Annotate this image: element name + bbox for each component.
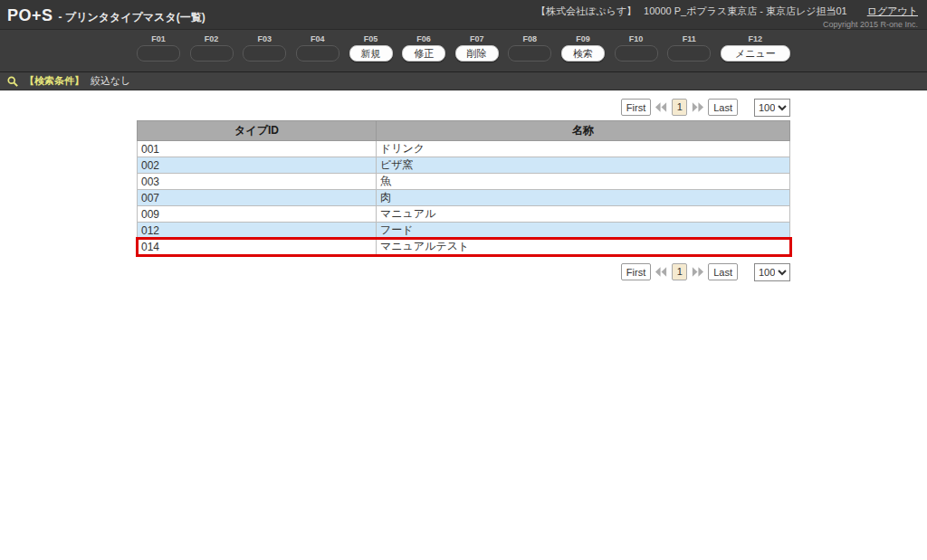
cell-type-id: 003 xyxy=(138,174,377,190)
table-zone: First 1 Last 100 タイプID 名称 xyxy=(137,98,790,281)
search-icon xyxy=(7,76,18,87)
last-page-button[interactable]: Last xyxy=(708,263,738,280)
fkey-slot-f05: F05新規 xyxy=(349,33,393,62)
function-key-row: F01F02F03F04F05新規F06修正F07削除F08F09検索F10F1… xyxy=(137,30,790,62)
main-content: First 1 Last 100 タイプID 名称 xyxy=(0,90,927,281)
cell-type-id: 014 xyxy=(138,239,377,255)
column-header-type-id: タイプID xyxy=(138,121,377,141)
header-title-group: PO+S - プリンタタイプマスタ(一覧) xyxy=(7,0,205,25)
top-header: PO+S - プリンタタイプマスタ(一覧) 【株式会社ぽぷらす】 10000 P… xyxy=(0,0,927,30)
fkey-button-f01 xyxy=(137,45,180,62)
table-row[interactable]: 009マニュアル xyxy=(138,206,790,223)
fkey-label-f08: F08 xyxy=(508,33,551,45)
copyright-text: Copyright 2015 R-one Inc. xyxy=(536,20,918,29)
cell-name: フード xyxy=(377,223,790,239)
user-info-line: 【株式会社ぽぷらす】 10000 P_ポプラス東京店 - 東京店レジ担当01 ロ… xyxy=(536,5,918,18)
fkey-button-f08 xyxy=(508,45,551,62)
new-button[interactable]: 新規 xyxy=(349,45,393,62)
function-key-toolbar: F01F02F03F04F05新規F06修正F07削除F08F09検索F10F1… xyxy=(0,30,927,72)
cell-name: ドリンク xyxy=(377,141,790,157)
fkey-slot-f09: F09検索 xyxy=(561,33,605,62)
current-page-indicator[interactable]: 1 xyxy=(672,263,687,280)
fkey-label-f01: F01 xyxy=(137,33,180,45)
fkey-slot-f06: F06修正 xyxy=(402,33,445,62)
search-condition-label: 【検索条件】 xyxy=(24,74,84,88)
fast-forward-icon[interactable] xyxy=(691,266,704,278)
first-page-button[interactable]: First xyxy=(621,99,651,116)
pagination-top: First 1 Last 100 xyxy=(137,98,790,117)
cell-type-id: 001 xyxy=(138,141,377,157)
fkey-slot-f02: F02 xyxy=(190,33,234,62)
fkey-button-f02 xyxy=(190,45,234,62)
fkey-label-f03: F03 xyxy=(243,33,286,45)
page-size-select[interactable]: 100 xyxy=(754,263,790,281)
fkey-label-f10: F10 xyxy=(615,33,658,45)
fkey-slot-f11: F11 xyxy=(667,33,711,62)
fkey-button-f11 xyxy=(667,45,711,62)
cell-type-id: 002 xyxy=(138,157,377,174)
fkey-slot-f07: F07削除 xyxy=(455,33,499,62)
fkey-button-f04 xyxy=(296,45,339,62)
fast-backward-icon[interactable] xyxy=(655,101,668,113)
table-row-selected[interactable]: 014マニュアルテスト xyxy=(138,239,790,255)
fkey-slot-f03: F03 xyxy=(243,33,286,62)
fkey-label-f09: F09 xyxy=(561,33,605,45)
app-logo: PO+S xyxy=(7,6,53,25)
printer-type-table: タイプID 名称 001ドリンク002ピザ窯003魚007肉009マニュアル01… xyxy=(137,120,790,255)
cell-name: マニュアル xyxy=(377,206,790,223)
column-header-name: 名称 xyxy=(377,121,790,141)
table-row[interactable]: 007肉 xyxy=(138,190,790,206)
table-header-row: タイプID 名称 xyxy=(138,121,790,141)
table-row[interactable]: 001ドリンク xyxy=(138,141,790,157)
cell-name: 魚 xyxy=(377,174,790,190)
fkey-label-f06: F06 xyxy=(402,33,445,45)
table-row[interactable]: 012フード xyxy=(138,223,790,239)
fkey-label-f07: F07 xyxy=(455,33,499,45)
cell-type-id: 012 xyxy=(138,223,377,239)
edit-button[interactable]: 修正 xyxy=(402,45,445,62)
last-page-button[interactable]: Last xyxy=(708,99,738,116)
cell-name: ピザ窯 xyxy=(377,157,790,174)
page-size-select[interactable]: 100 xyxy=(754,99,790,117)
menu-button[interactable]: メニュー xyxy=(721,45,790,62)
cell-name: 肉 xyxy=(377,190,790,206)
search-button[interactable]: 検索 xyxy=(561,45,605,62)
search-condition-value: 絞込なし xyxy=(91,74,131,88)
fkey-label-f04: F04 xyxy=(296,33,339,45)
fkey-slot-f12: F12メニュー xyxy=(721,33,790,62)
fkey-button-f03 xyxy=(243,45,286,62)
fkey-label-f12: F12 xyxy=(721,33,790,45)
search-condition-bar: 【検索条件】 絞込なし xyxy=(0,72,927,90)
fkey-button-f10 xyxy=(615,45,658,62)
table-row[interactable]: 003魚 xyxy=(138,174,790,190)
page-title: - プリンタタイプマスタ(一覧) xyxy=(59,10,205,25)
first-page-button[interactable]: First xyxy=(621,263,651,280)
fkey-slot-f10: F10 xyxy=(615,33,658,62)
cell-type-id: 007 xyxy=(138,190,377,206)
current-page-indicator[interactable]: 1 xyxy=(672,99,687,116)
logout-link[interactable]: ログアウト xyxy=(867,5,918,18)
fast-forward-icon[interactable] xyxy=(691,101,704,113)
cell-name: マニュアルテスト xyxy=(377,239,790,255)
cell-type-id: 009 xyxy=(138,206,377,223)
fkey-slot-f01: F01 xyxy=(137,33,180,62)
table-row[interactable]: 002ピザ窯 xyxy=(138,157,790,174)
fkey-slot-f04: F04 xyxy=(296,33,339,62)
fkey-label-f05: F05 xyxy=(349,33,393,45)
fkey-label-f11: F11 xyxy=(667,33,711,45)
delete-button[interactable]: 削除 xyxy=(455,45,499,62)
header-user-area: 【株式会社ぽぷらす】 10000 P_ポプラス東京店 - 東京店レジ担当01 ロ… xyxy=(536,0,918,29)
store-user-label: 10000 P_ポプラス東京店 - 東京店レジ担当01 xyxy=(644,5,847,18)
fkey-label-f02: F02 xyxy=(190,33,234,45)
fkey-slot-f08: F08 xyxy=(508,33,551,62)
pagination-bottom: First 1 Last 100 xyxy=(137,262,790,281)
fast-backward-icon[interactable] xyxy=(655,266,668,278)
company-name: 【株式会社ぽぷらす】 xyxy=(536,5,636,18)
